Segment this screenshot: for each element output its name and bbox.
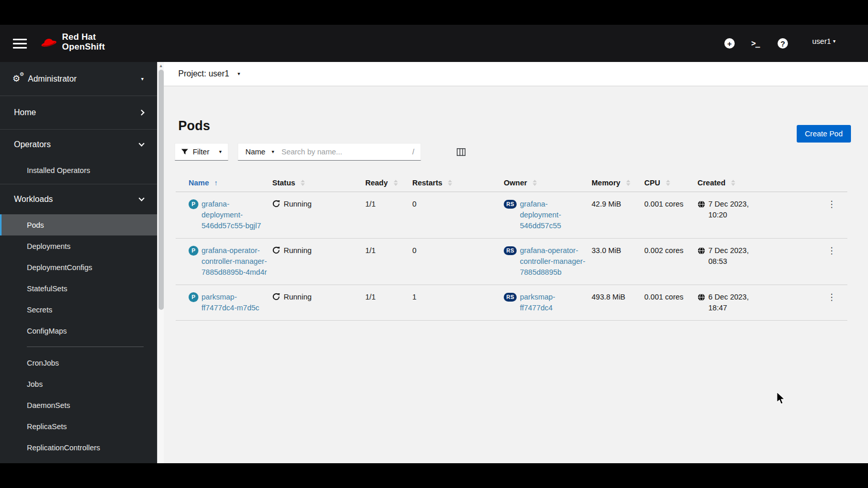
sidebar: ⚙⚙ Administrator ▾ Home Operators Instal… <box>0 62 157 463</box>
sidebar-item-pods[interactable]: Pods <box>0 214 157 235</box>
manage-columns-button[interactable] <box>455 146 468 158</box>
chevron-down-icon: ▾ <box>219 149 222 154</box>
sortable-icon <box>394 180 398 186</box>
search-attribute-dropdown[interactable]: Name ▾ <box>238 148 282 156</box>
openshift-console-window: Red Hat OpenShift + >_ ? user1 ▾ ⚙⚙ Admi… <box>0 25 868 463</box>
running-sync-icon <box>272 200 280 208</box>
restarts-cell: 1 <box>412 285 504 309</box>
column-header-created[interactable]: Created <box>698 175 780 192</box>
add-plus-circle-icon[interactable]: + <box>723 37 736 50</box>
created-text: 6 Dec 2023, 18:47 <box>708 292 758 313</box>
pod-name-link[interactable]: grafana-deployment-546dd57c55-bgjl7 <box>202 199 267 231</box>
list-toolbar: Filter ▾ Name ▾ / <box>175 143 468 161</box>
kebab-menu-icon[interactable]: ⋮ <box>827 192 847 216</box>
globe-timestamp-icon <box>698 200 705 208</box>
column-header-cpu[interactable]: CPU <box>644 175 698 192</box>
sortable-icon <box>533 180 537 186</box>
pod-name-link[interactable]: grafana-operator-controller-manager-7885… <box>202 245 267 278</box>
table-row: P grafana-operator-controller-manager-78… <box>176 239 847 285</box>
owner-link[interactable]: parksmap-ff7477dc4 <box>520 292 586 313</box>
project-selector[interactable]: Project: user1 ▾ <box>164 62 868 86</box>
column-header-status[interactable]: Status <box>272 175 365 192</box>
owner-link[interactable]: grafana-operator-controller-manager-7885… <box>520 245 586 278</box>
table-row: P grafana-deployment-546dd57c55-bgjl7 Ru… <box>176 192 847 239</box>
filter-funnel-icon <box>181 149 188 155</box>
pod-badge: P <box>189 199 198 209</box>
masthead: Red Hat OpenShift + >_ ? user1 ▾ <box>0 25 868 62</box>
sidebar-section-operators[interactable]: Operators <box>0 130 157 160</box>
scrollbar-thumb[interactable] <box>159 70 164 310</box>
filter-dropdown[interactable]: Filter ▾ <box>175 143 228 161</box>
user-menu[interactable]: user1 ▾ <box>812 37 835 45</box>
kebab-menu-icon[interactable]: ⋮ <box>827 239 847 263</box>
status-cell: Running <box>272 239 365 263</box>
column-header-owner[interactable]: Owner <box>504 175 592 192</box>
globe-timestamp-icon <box>698 247 705 255</box>
column-header-memory[interactable]: Memory <box>592 175 644 192</box>
chevron-down-icon: ▾ <box>141 76 144 82</box>
sidebar-item-jobs[interactable]: Jobs <box>0 373 157 395</box>
username: user1 <box>812 37 831 45</box>
pod-name-link[interactable]: parksmap-ff7477dc4-m7d5c <box>202 292 267 313</box>
column-header-name[interactable]: Name↑ <box>176 175 272 192</box>
status-cell: Running <box>272 285 365 309</box>
memory-cell: 42.9 MiB <box>592 192 644 216</box>
page-title: Pods <box>178 118 210 133</box>
perspective-switcher[interactable]: ⚙⚙ Administrator ▾ <box>0 62 157 96</box>
kebab-menu-icon[interactable]: ⋮ <box>827 285 847 309</box>
search-attribute-label: Name <box>245 148 266 156</box>
status-text: Running <box>284 293 312 301</box>
sidebar-item-deploymentconfigs[interactable]: DeploymentConfigs <box>0 257 157 278</box>
owner-link[interactable]: grafana-deployment-546dd57c55 <box>520 199 586 231</box>
created-text: 7 Dec 2023, 08:53 <box>708 245 758 267</box>
sidebar-section-label: Workloads <box>14 195 53 204</box>
replicaset-badge: RS <box>504 200 517 209</box>
ready-cell: 1/1 <box>365 239 412 263</box>
masthead-actions: + >_ ? user1 ▾ <box>0 25 868 62</box>
sidebar-item-deployments[interactable]: Deployments <box>0 235 157 257</box>
plus-glyph: + <box>724 38 735 49</box>
sortable-icon <box>448 180 452 186</box>
chevron-down-icon <box>138 195 144 201</box>
sidebar-item-daemonsets[interactable]: DaemonSets <box>0 395 157 416</box>
project-selector-label: Project: user1 <box>178 69 229 78</box>
globe-timestamp-icon <box>698 293 705 301</box>
table-row: P parksmap-ff7477dc4-m7d5c Running 1/1 1… <box>176 285 847 321</box>
sidebar-section-label: Home <box>14 108 36 117</box>
cpu-cell: 0.001 cores <box>644 192 698 216</box>
pod-badge: P <box>189 246 198 256</box>
web-terminal-icon[interactable]: >_ <box>749 37 762 50</box>
sidebar-item-secrets[interactable]: Secrets <box>0 299 157 320</box>
sidebar-item-statefulsets[interactable]: StatefulSets <box>0 278 157 299</box>
terminal-glyph: >_ <box>751 39 760 48</box>
sidebar-item-replicasets[interactable]: ReplicaSets <box>0 416 157 437</box>
chevron-down-icon: ▾ <box>833 39 835 44</box>
sidebar-item-cronjobs[interactable]: CronJobs <box>0 352 157 373</box>
sortable-icon <box>666 180 670 186</box>
sidebar-item-configmaps[interactable]: ConfigMaps <box>0 320 157 341</box>
create-pod-button[interactable]: Create Pod <box>797 125 851 143</box>
created-text: 7 Dec 2023, 10:20 <box>708 199 758 221</box>
chevron-down-icon: ▾ <box>238 71 240 76</box>
letterbox-top <box>0 0 868 25</box>
cpu-cell: 0.001 cores <box>644 285 698 309</box>
sortable-icon <box>731 180 735 186</box>
sidebar-section-workloads[interactable]: Workloads <box>0 184 157 214</box>
sidebar-section-home[interactable]: Home <box>0 96 157 129</box>
column-header-ready[interactable]: Ready <box>365 175 412 192</box>
running-sync-icon <box>272 293 280 301</box>
sidebar-section-label: Operators <box>14 140 51 149</box>
pod-badge: P <box>189 292 198 302</box>
columns-icon <box>457 148 466 156</box>
sidebar-item-installed operators[interactable]: Installed Operators <box>0 160 157 181</box>
letterbox-bottom <box>0 463 868 488</box>
search-input[interactable] <box>282 148 412 156</box>
question-glyph: ? <box>778 38 788 49</box>
memory-cell: 493.8 MiB <box>592 285 644 309</box>
help-question-circle-icon[interactable]: ? <box>777 37 789 50</box>
sidebar-item-replicationcontrollers[interactable]: ReplicationControllers <box>0 437 157 458</box>
table-header: Name↑StatusReadyRestartsOwnerMemoryCPUCr… <box>176 175 847 192</box>
column-header-restarts[interactable]: Restarts <box>412 175 504 192</box>
gears-icon: ⚙⚙ <box>12 73 27 84</box>
replicaset-badge: RS <box>504 246 517 255</box>
